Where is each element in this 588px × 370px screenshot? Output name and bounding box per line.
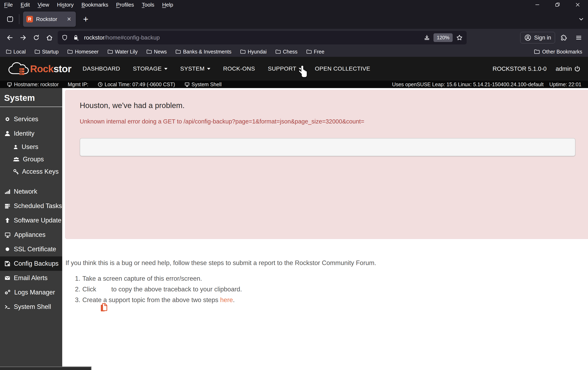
menu-file[interactable]: File [3,1,14,9]
nav-label: ROCK-ONS [223,65,255,72]
system-statusbar: Hostname: rockstor Mgmt IP: Local Time: … [0,81,588,88]
terminal-icon [4,304,11,310]
restore-button[interactable] [553,1,562,8]
reload-button[interactable] [30,31,43,44]
save-page-icon[interactable] [424,34,430,41]
sidebar-item-system-shell[interactable]: System Shell [0,300,62,314]
bookmark-water-lily[interactable]: Water Lily [107,49,138,55]
mouse-cursor [298,65,308,78]
tab-close-icon[interactable]: ✕ [65,16,73,23]
copy-to-clipboard-icon[interactable] [100,285,107,294]
admin-user-link[interactable]: admin [556,65,572,72]
back-button[interactable] [3,31,16,44]
bookmark-label: News [154,49,167,55]
sidebar-item-groups[interactable]: Groups [0,153,62,165]
sidebar-item-ssl-certificate[interactable]: SSL Certificate [0,242,62,256]
bookmark-star-icon[interactable] [456,34,463,41]
rockstor-logo[interactable]: Rockstor [7,61,71,76]
rockstor-version: ROCKSTOR 5.1.0-0 [493,65,546,72]
bookmark-chess[interactable]: Chess [275,49,297,55]
other-bookmarks-label: Other Bookmarks [542,49,582,55]
menu-edit[interactable]: Edit [19,1,31,9]
sidebar-item-logs-manager[interactable]: Logs Manager [0,285,62,300]
bookmark-news[interactable]: News [146,49,167,55]
envelope-icon [4,275,11,281]
signin-button[interactable]: Sign in [520,32,555,43]
chevron-down-icon [164,68,168,70]
bookmark-items: Local Startup Homeseer Water Lily News B… [6,49,324,55]
nav-label: DASHBOARD [83,65,120,72]
system-shell-status[interactable]: System Shell [184,81,222,88]
bookmark-homeseer[interactable]: Homeseer [67,49,98,55]
browser-menubar: FileEditViewHistoryBookmarksProfilesTool… [0,0,588,10]
bookmark-startup[interactable]: Startup [34,49,59,55]
nav-system[interactable]: SYSTEM [180,65,210,72]
sidebar-title: System [4,93,62,103]
home-button[interactable] [43,31,56,44]
nav-support[interactable]: SUPPORT [268,65,302,72]
folder-icon [67,49,73,54]
menu-history[interactable]: History [56,1,75,9]
sidebar-item-software-update[interactable]: Software Update [0,213,62,228]
sidebar-item-services[interactable]: Services [0,112,62,126]
bookmark-free[interactable]: Free [306,49,324,55]
url-host: rockstor [84,34,105,41]
url-bar[interactable]: rockstor/home#config-backup 120% [58,31,467,44]
sidebar-item-access-keys[interactable]: Access Keys [0,165,62,178]
url-text[interactable]: rockstor/home#config-backup [84,34,160,41]
power-icon[interactable] [574,65,581,72]
sidebar-item-identity[interactable]: Identity [0,126,62,141]
bookmark-hyundai[interactable]: Hyundai [240,49,267,55]
forward-button[interactable] [16,31,30,44]
nav-storage[interactable]: STORAGE [133,65,168,72]
traceback-textarea[interactable] [80,138,576,156]
support-topic-here-link[interactable]: here [220,296,233,305]
menu-bookmarks[interactable]: Bookmarks [80,1,110,9]
bookmark-label: Free [314,49,324,55]
other-bookmarks-button[interactable]: Other Bookmarks [534,49,582,55]
user-icon [13,144,19,150]
monitor-icon [184,81,190,87]
minimize-button[interactable] [533,1,541,8]
help-steps: 1. Take a screen capture of this error/s… [75,274,572,305]
chevron-down-icon [207,68,210,70]
menu-view[interactable]: View [36,1,51,9]
menu-help[interactable]: Help [161,1,174,9]
menu-profiles[interactable]: Profiles [115,1,135,9]
sidebar-item-network[interactable]: Network [0,184,62,199]
sidebar-item-config-backups[interactable]: Config Backups [0,256,62,271]
sidebar-item-email-alerts[interactable]: Email Alerts [0,271,62,285]
nav-rock-ons[interactable]: ROCK-ONS [223,65,255,72]
zoom-level-badge[interactable]: 120% [433,33,453,42]
menu-hamburger-icon[interactable] [573,32,585,44]
monitor-icon [7,81,12,87]
new-tab-button[interactable]: + [80,13,92,25]
person-icon [4,130,11,137]
rockstor-header: Rockstor DASHBOARDSTORAGESYSTEMROCK-ONSS… [0,57,588,81]
folder-icon [306,49,312,54]
navigation-toolbar: rockstor/home#config-backup 120% Sign in [0,29,588,47]
nav-open-collective[interactable]: OPEN COLLECTIVE [315,65,370,72]
tracking-shield-icon[interactable] [61,34,68,41]
menu-tools[interactable]: Tools [140,1,156,9]
nav-dashboard[interactable]: DASHBOARD [83,65,120,72]
list-all-tabs-icon[interactable] [578,16,585,23]
insecure-lock-icon[interactable] [73,34,80,41]
extensions-icon[interactable] [558,32,570,44]
bookmark-local[interactable]: Local [6,49,26,55]
help-intro: If you think this is a bug or need help,… [65,259,572,267]
firefox-view-icon[interactable] [4,13,16,25]
error-heading: Houston, we've had a problem. [80,101,576,110]
bookmark-label: Hyundai [248,49,267,55]
url-path: /home#config-backup [105,34,160,41]
help-step-3: 3. Create a support topic from the above… [75,296,572,305]
close-window-button[interactable] [574,1,582,8]
tab-rockstor[interactable]: R Rockstor ✕ [23,11,76,27]
help-step-2: 2. Click to copy the above traceback to … [75,285,572,294]
sidebar-item-scheduled-tasks[interactable]: Scheduled Tasks [0,199,62,213]
clock-icon [97,82,103,87]
sidebar-item-appliances[interactable]: Appliances [0,228,62,242]
folder-icon [175,49,181,54]
bookmark-banks-investments[interactable]: Banks & Investments [175,49,231,55]
sidebar-item-users[interactable]: Users [0,141,62,153]
